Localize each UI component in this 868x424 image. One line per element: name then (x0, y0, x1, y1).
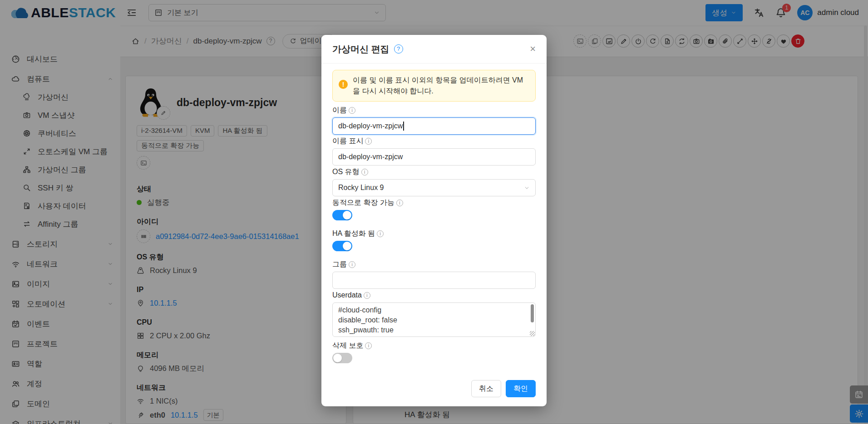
form-item-dynamic-scalable: 동적으로 확장 가능i (332, 198, 536, 220)
form-item-group: 그룹i (332, 259, 536, 290)
info-icon[interactable]: i (365, 342, 372, 349)
modal-title: 가상머신 편집 (332, 43, 390, 55)
textarea-scrollbar[interactable] (531, 304, 534, 322)
info-icon[interactable]: i (377, 230, 384, 237)
ok-button[interactable]: 확인 (506, 380, 536, 397)
resize-handle[interactable] (530, 331, 535, 336)
edit-vm-modal: 가상머신 편집 ? × ! 이름 및 이름 표시 이외의 항목을 업데이트하려면… (321, 35, 547, 406)
dynamic-scalable-toggle[interactable] (332, 210, 352, 220)
modal-footer: 취소 확인 (321, 380, 547, 406)
warning-alert: ! 이름 및 이름 표시 이외의 항목을 업데이트하려면 VM을 다시 시작해야… (332, 70, 536, 102)
ha-toggle[interactable] (332, 241, 352, 251)
exclamation-circle-icon: ! (339, 80, 348, 89)
form-item-display-name: 이름 표시i (332, 136, 536, 167)
info-icon[interactable]: i (349, 261, 355, 268)
form-item-userdata: Userdatai #cloud-config disable_root: fa… (332, 290, 536, 337)
info-icon[interactable]: i (365, 138, 372, 145)
modal-header: 가상머신 편집 ? × (321, 35, 547, 63)
form-item-ha: HA 활성화 됨i (332, 229, 536, 251)
group-input[interactable] (332, 272, 536, 289)
userdata-textarea[interactable]: #cloud-config disable_root: false ssh_pw… (332, 302, 536, 337)
form-item-os-type: OS 유형i Rocky Linux 9 (332, 167, 536, 196)
close-icon[interactable]: × (530, 44, 536, 54)
form-item-name: 이름i db-deploy-vm-zpjcw (332, 105, 536, 135)
info-icon[interactable]: i (396, 200, 403, 206)
info-icon[interactable]: i (364, 292, 370, 299)
cancel-button[interactable]: 취소 (471, 380, 501, 397)
chevron-down-icon (524, 185, 530, 191)
info-icon[interactable]: i (349, 107, 355, 114)
text-cursor (403, 122, 404, 131)
warning-text: 이름 및 이름 표시 이외의 항목을 업데이트하려면 VM을 다시 시작해야 합… (353, 75, 529, 97)
info-icon[interactable]: i (361, 169, 368, 175)
help-icon[interactable]: ? (394, 44, 403, 54)
display-name-input[interactable] (332, 148, 536, 166)
form-item-delete-protection: 삭제 보호i (332, 341, 536, 363)
os-type-select[interactable]: Rocky Linux 9 (332, 179, 536, 196)
modal-body: ! 이름 및 이름 표시 이외의 항목을 업데이트하려면 VM을 다시 시작해야… (321, 63, 547, 380)
name-input[interactable]: db-deploy-vm-zpjcw (332, 117, 536, 135)
delete-protection-toggle[interactable] (332, 353, 352, 363)
